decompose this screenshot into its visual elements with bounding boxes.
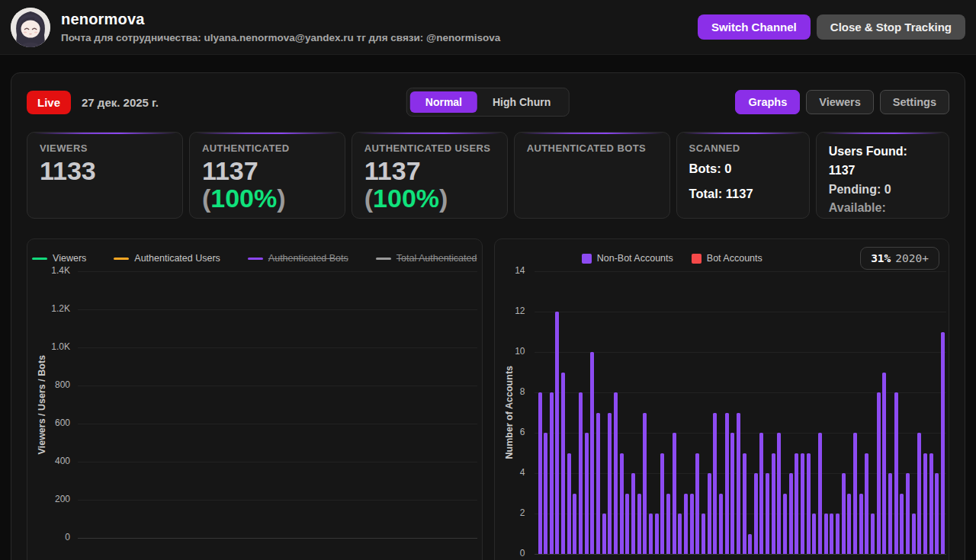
bar	[818, 433, 822, 554]
bar	[865, 453, 868, 555]
stat-label: AUTHENTICATED	[202, 142, 332, 154]
bar	[684, 494, 688, 555]
bar	[894, 392, 898, 554]
legend-swatch	[114, 258, 129, 260]
gridline	[535, 554, 947, 555]
y-tick-label: 800	[27, 379, 70, 390]
bar	[882, 373, 886, 555]
stat-value: 1133	[40, 157, 170, 184]
bar	[737, 413, 740, 555]
y-tick-label: 0	[27, 532, 70, 542]
close-stop-tracking-button[interactable]: Close & Stop Tracking	[817, 14, 965, 40]
legend-item-authenticated-bots[interactable]: Authenticated Bots	[248, 253, 348, 264]
bar	[783, 494, 787, 555]
bar	[625, 494, 629, 555]
bar	[801, 453, 804, 555]
charts-row: ViewersAuthenticated UsersAuthenticated …	[27, 238, 949, 560]
bar	[906, 473, 910, 554]
bar	[912, 514, 916, 554]
stream-date: 27 дек. 2025 г.	[82, 96, 159, 109]
gridline	[78, 462, 477, 462]
stat-percent: (100%)	[202, 184, 332, 212]
bar-chart-plot-area: 14121086420	[495, 239, 949, 560]
y-tick-label: 12	[495, 306, 525, 316]
bar	[941, 332, 945, 555]
gridline	[78, 538, 477, 539]
bar	[759, 433, 763, 554]
stat-cards-row: VIEWERS 1133 AUTHENTICATED 1137(100%) AU…	[27, 132, 949, 219]
line-chart-legend: ViewersAuthenticated UsersAuthenticated …	[27, 253, 482, 264]
legend-swatch	[376, 258, 391, 260]
y-tick-label: 2	[495, 507, 525, 518]
bar	[725, 413, 729, 555]
stat-card-authenticated: AUTHENTICATED 1137(100%)	[189, 132, 345, 219]
legend-swatch	[32, 258, 47, 260]
legend-item-authenticated-users[interactable]: Authenticated Users	[114, 253, 220, 264]
tab-settings[interactable]: Settings	[880, 90, 949, 114]
bar	[579, 392, 583, 554]
bar	[807, 453, 811, 555]
legend-swatch	[248, 258, 263, 260]
viewers-line-chart: ViewersAuthenticated UsersAuthenticated …	[27, 238, 483, 560]
y-tick-label: 6	[495, 427, 525, 437]
bar	[660, 453, 664, 555]
switch-channel-button[interactable]: Switch Channel	[698, 14, 811, 40]
bar	[777, 433, 781, 554]
pending-line: Pending: 0	[829, 181, 936, 200]
bar	[830, 514, 833, 554]
stat-card-viewers: VIEWERS 1133	[27, 132, 183, 219]
channel-avatar	[11, 8, 50, 47]
tab-viewers[interactable]: Viewers	[806, 90, 874, 114]
stat-card-authenticated-users: AUTHENTICATED USERS 1137(100%)	[352, 132, 508, 219]
header-actions: Switch Channel Close & Stop Tracking	[698, 14, 965, 40]
y-tick-label: 14	[495, 265, 525, 276]
bar	[748, 534, 752, 555]
tab-graphs[interactable]: Graphs	[735, 90, 800, 114]
bar	[550, 392, 554, 554]
bar	[655, 514, 659, 554]
bar	[847, 494, 851, 555]
mode-option-high-churn[interactable]: High Churn	[477, 91, 566, 113]
bar	[673, 433, 676, 554]
legend-label: Authenticated Users	[134, 253, 220, 264]
bar	[935, 473, 939, 554]
y-tick-label: 8	[495, 386, 525, 397]
bar	[929, 453, 933, 555]
mode-option-normal[interactable]: Normal	[410, 91, 477, 113]
bar	[789, 473, 793, 554]
bar	[824, 514, 828, 554]
gridline	[78, 424, 477, 424]
bar	[695, 453, 699, 555]
bar	[614, 392, 618, 554]
y-tick-label: 0	[495, 548, 525, 558]
bar	[643, 413, 647, 555]
legend-item-viewers[interactable]: Viewers	[32, 253, 86, 264]
stat-percent: (100%)	[364, 184, 495, 212]
bar	[743, 453, 746, 555]
app-header: nenormova Почта для сотрудничества: ulya…	[0, 0, 976, 55]
bar	[836, 514, 840, 554]
bar	[690, 494, 694, 555]
account-age-bar-chart: Non-Bot AccountsBot Accounts 31%2020+ Nu…	[494, 238, 950, 560]
legend-item-total-authenticated[interactable]: Total Authenticated	[376, 253, 477, 264]
legend-item-non-bot-accounts[interactable]: Non-Bot Accounts	[582, 253, 673, 264]
y-tick-label: 10	[495, 346, 525, 357]
stat-label: SCANNED	[689, 142, 797, 154]
bar-chart-legend: Non-Bot AccountsBot Accounts	[495, 253, 850, 264]
bar	[555, 312, 559, 554]
stat-value: 1137(100%)	[202, 157, 332, 212]
legend-label: Viewers	[53, 253, 86, 264]
y-tick-label: 1.0K	[27, 341, 70, 352]
channel-subtitle: Почта для сотрудничества: ulyana.nenormo…	[61, 32, 698, 43]
churn-mode-toggle: Normal High Churn	[406, 88, 570, 117]
legend-label: Total Authenticated	[396, 253, 477, 264]
bar	[917, 433, 921, 554]
legend-item-bot-accounts[interactable]: Bot Accounts	[692, 253, 762, 264]
gridline	[78, 271, 477, 272]
stat-card-capacity: Users Found: 1137 Pending: 0 Available: …	[816, 132, 949, 219]
users-found-line: Users Found: 1137	[829, 142, 936, 181]
bar	[766, 473, 769, 554]
channel-info: nenormova Почта для сотрудничества: ulya…	[61, 11, 698, 43]
bar	[620, 453, 624, 555]
legend-label: Non-Bot Accounts	[597, 253, 673, 264]
